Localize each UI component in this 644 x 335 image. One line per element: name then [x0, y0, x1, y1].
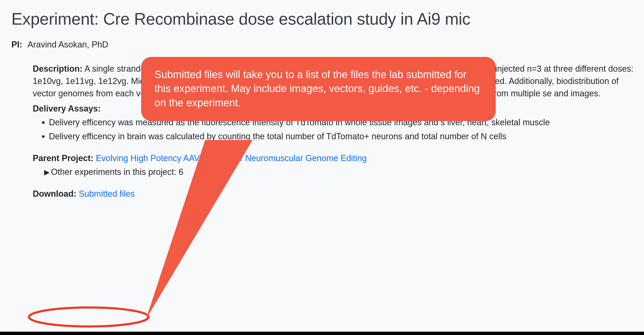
list-item: Delivery efficency in brain was calculat…	[49, 130, 634, 142]
annotation-callout: Submitted files will take you to a list …	[141, 57, 496, 121]
submitted-files-link[interactable]: Submitted files	[79, 189, 135, 198]
download-line: Download: Submitted files	[33, 188, 634, 200]
download-label: Download:	[33, 189, 76, 198]
pi-label: PI:	[12, 40, 22, 49]
parent-project-link[interactable]: Evolving High Potency AAV Vectors for Ne…	[96, 153, 367, 163]
bottom-bar	[0, 332, 644, 335]
annotation-ellipse-icon	[27, 306, 150, 328]
parent-project-label: Parent Project:	[33, 153, 94, 163]
pi-name: Aravind Asokan, PhD	[28, 40, 108, 49]
annotation-callout-text: Submitted files will take you to a list …	[141, 57, 496, 121]
disclosure-triangle-icon: ▶	[44, 167, 50, 178]
pi-line: PI: Aravind Asokan, PhD	[12, 38, 634, 51]
other-experiments-text: Other experiments in this project: 6	[51, 167, 183, 177]
other-experiments-toggle[interactable]: ▶Other experiments in this project: 6	[33, 166, 634, 178]
description-label: Description:	[33, 64, 82, 74]
page-title: Experiment: Cre Recombinase dose escalat…	[12, 7, 634, 31]
svg-point-0	[29, 308, 148, 326]
parent-project-line: Parent Project: Evolving High Potency AA…	[33, 152, 634, 164]
